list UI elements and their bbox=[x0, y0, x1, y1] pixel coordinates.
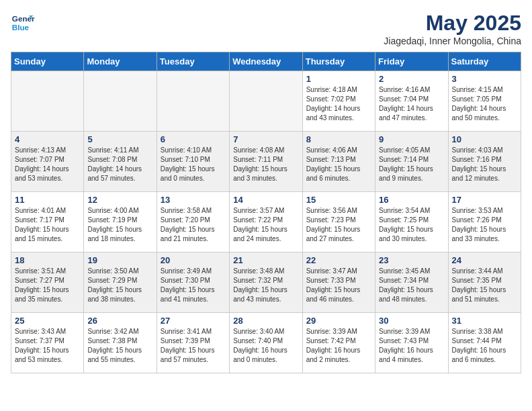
calendar-cell: 5Sunrise: 4:11 AMSunset: 7:08 PMDaylight… bbox=[84, 132, 157, 192]
day-number: 17 bbox=[452, 195, 517, 205]
day-number: 9 bbox=[379, 134, 444, 144]
cell-info: Sunrise: 3:51 AMSunset: 7:27 PMDaylight:… bbox=[15, 267, 80, 304]
cell-info: Sunrise: 3:42 AMSunset: 7:38 PMDaylight:… bbox=[87, 327, 152, 365]
day-number: 26 bbox=[87, 316, 152, 326]
day-number: 16 bbox=[379, 195, 444, 205]
day-number: 7 bbox=[233, 134, 298, 144]
calendar-week-5: 25Sunrise: 3:43 AMSunset: 7:37 PMDayligh… bbox=[11, 313, 521, 373]
calendar-cell: 6Sunrise: 4:10 AMSunset: 7:10 PMDaylight… bbox=[157, 132, 229, 192]
day-number: 22 bbox=[306, 255, 371, 265]
calendar-cell: 14Sunrise: 3:57 AMSunset: 7:22 PMDayligh… bbox=[230, 192, 302, 253]
weekday-header-wednesday: Wednesday bbox=[230, 52, 302, 71]
weekday-header-row: SundayMondayTuesdayWednesdayThursdayFrid… bbox=[11, 52, 521, 71]
cell-info: Sunrise: 4:13 AMSunset: 7:07 PMDaylight:… bbox=[15, 146, 80, 183]
day-number: 31 bbox=[452, 316, 517, 326]
calendar-cell: 18Sunrise: 3:51 AMSunset: 7:27 PMDayligh… bbox=[11, 253, 84, 313]
day-number: 14 bbox=[233, 195, 298, 205]
cell-info: Sunrise: 3:50 AMSunset: 7:29 PMDaylight:… bbox=[87, 267, 152, 304]
weekday-header-monday: Monday bbox=[84, 52, 157, 71]
calendar-week-1: 1Sunrise: 4:18 AMSunset: 7:02 PMDaylight… bbox=[11, 71, 521, 132]
day-number: 19 bbox=[87, 255, 152, 265]
calendar-cell: 26Sunrise: 3:42 AMSunset: 7:38 PMDayligh… bbox=[84, 313, 157, 373]
calendar-cell: 29Sunrise: 3:39 AMSunset: 7:42 PMDayligh… bbox=[302, 313, 375, 373]
calendar-cell: 31Sunrise: 3:38 AMSunset: 7:44 PMDayligh… bbox=[448, 313, 521, 373]
weekday-header-tuesday: Tuesday bbox=[157, 52, 229, 71]
calendar-cell bbox=[11, 71, 84, 132]
logo: General Blue bbox=[11, 11, 35, 35]
calendar-cell: 17Sunrise: 3:53 AMSunset: 7:26 PMDayligh… bbox=[448, 192, 521, 253]
calendar-cell: 25Sunrise: 3:43 AMSunset: 7:37 PMDayligh… bbox=[11, 313, 84, 373]
cell-info: Sunrise: 4:03 AMSunset: 7:16 PMDaylight:… bbox=[452, 146, 517, 183]
calendar-cell: 30Sunrise: 3:39 AMSunset: 7:43 PMDayligh… bbox=[375, 313, 448, 373]
day-number: 4 bbox=[15, 134, 80, 144]
cell-info: Sunrise: 4:01 AMSunset: 7:17 PMDaylight:… bbox=[15, 206, 80, 244]
day-number: 12 bbox=[87, 195, 152, 205]
day-number: 30 bbox=[379, 316, 444, 326]
cell-info: Sunrise: 3:53 AMSunset: 7:26 PMDaylight:… bbox=[452, 206, 517, 244]
cell-info: Sunrise: 3:44 AMSunset: 7:35 PMDaylight:… bbox=[452, 267, 517, 304]
calendar-cell: 24Sunrise: 3:44 AMSunset: 7:35 PMDayligh… bbox=[448, 253, 521, 313]
cell-info: Sunrise: 3:39 AMSunset: 7:42 PMDaylight:… bbox=[306, 327, 371, 365]
calendar-week-3: 11Sunrise: 4:01 AMSunset: 7:17 PMDayligh… bbox=[11, 192, 521, 253]
cell-info: Sunrise: 3:38 AMSunset: 7:44 PMDaylight:… bbox=[452, 327, 517, 365]
calendar-cell: 22Sunrise: 3:47 AMSunset: 7:33 PMDayligh… bbox=[302, 253, 375, 313]
cell-info: Sunrise: 3:54 AMSunset: 7:25 PMDaylight:… bbox=[379, 206, 444, 244]
day-number: 29 bbox=[306, 316, 371, 326]
calendar-cell: 16Sunrise: 3:54 AMSunset: 7:25 PMDayligh… bbox=[375, 192, 448, 253]
cell-info: Sunrise: 4:16 AMSunset: 7:04 PMDaylight:… bbox=[379, 85, 444, 123]
weekday-header-thursday: Thursday bbox=[302, 52, 375, 71]
weekday-header-friday: Friday bbox=[375, 52, 448, 71]
calendar-table: SundayMondayTuesdayWednesdayThursdayFrid… bbox=[11, 52, 521, 373]
day-number: 2 bbox=[379, 74, 444, 84]
calendar-cell bbox=[84, 71, 157, 132]
calendar-cell: 23Sunrise: 3:45 AMSunset: 7:34 PMDayligh… bbox=[375, 253, 448, 313]
cell-info: Sunrise: 3:43 AMSunset: 7:37 PMDaylight:… bbox=[15, 327, 80, 365]
calendar-week-2: 4Sunrise: 4:13 AMSunset: 7:07 PMDaylight… bbox=[11, 132, 521, 192]
title-area: May 2025 Jiagedaqi, Inner Mongolia, Chin… bbox=[384, 11, 521, 46]
cell-info: Sunrise: 4:15 AMSunset: 7:05 PMDaylight:… bbox=[452, 85, 517, 123]
cell-info: Sunrise: 3:56 AMSunset: 7:23 PMDaylight:… bbox=[306, 206, 371, 244]
calendar-cell: 8Sunrise: 4:06 AMSunset: 7:13 PMDaylight… bbox=[302, 132, 375, 192]
cell-info: Sunrise: 4:18 AMSunset: 7:02 PMDaylight:… bbox=[306, 85, 371, 123]
calendar-cell: 19Sunrise: 3:50 AMSunset: 7:29 PMDayligh… bbox=[84, 253, 157, 313]
cell-info: Sunrise: 3:49 AMSunset: 7:30 PMDaylight:… bbox=[161, 267, 226, 304]
month-title: May 2025 bbox=[384, 11, 521, 36]
cell-info: Sunrise: 4:08 AMSunset: 7:11 PMDaylight:… bbox=[233, 146, 298, 183]
day-number: 6 bbox=[161, 134, 226, 144]
cell-info: Sunrise: 3:48 AMSunset: 7:32 PMDaylight:… bbox=[233, 267, 298, 304]
day-number: 25 bbox=[15, 316, 80, 326]
calendar-cell: 10Sunrise: 4:03 AMSunset: 7:16 PMDayligh… bbox=[448, 132, 521, 192]
page-header: General Blue May 2025 Jiagedaqi, Inner M… bbox=[11, 11, 521, 46]
location: Jiagedaqi, Inner Mongolia, China bbox=[384, 36, 521, 46]
day-number: 21 bbox=[233, 255, 298, 265]
day-number: 15 bbox=[306, 195, 371, 205]
calendar-body: 1Sunrise: 4:18 AMSunset: 7:02 PMDaylight… bbox=[11, 71, 521, 373]
day-number: 8 bbox=[306, 134, 371, 144]
calendar-cell: 3Sunrise: 4:15 AMSunset: 7:05 PMDaylight… bbox=[448, 71, 521, 132]
cell-info: Sunrise: 3:40 AMSunset: 7:40 PMDaylight:… bbox=[233, 327, 298, 365]
cell-info: Sunrise: 4:10 AMSunset: 7:10 PMDaylight:… bbox=[161, 146, 226, 183]
day-number: 10 bbox=[452, 134, 517, 144]
calendar-cell: 15Sunrise: 3:56 AMSunset: 7:23 PMDayligh… bbox=[302, 192, 375, 253]
calendar-cell: 28Sunrise: 3:40 AMSunset: 7:40 PMDayligh… bbox=[230, 313, 302, 373]
cell-info: Sunrise: 3:58 AMSunset: 7:20 PMDaylight:… bbox=[161, 206, 226, 244]
day-number: 1 bbox=[306, 74, 371, 84]
calendar-cell: 1Sunrise: 4:18 AMSunset: 7:02 PMDaylight… bbox=[302, 71, 375, 132]
calendar-cell: 12Sunrise: 4:00 AMSunset: 7:19 PMDayligh… bbox=[84, 192, 157, 253]
svg-text:Blue: Blue bbox=[12, 23, 30, 32]
calendar-cell bbox=[230, 71, 302, 132]
calendar-cell: 2Sunrise: 4:16 AMSunset: 7:04 PMDaylight… bbox=[375, 71, 448, 132]
calendar-cell: 27Sunrise: 3:41 AMSunset: 7:39 PMDayligh… bbox=[157, 313, 229, 373]
cell-info: Sunrise: 3:57 AMSunset: 7:22 PMDaylight:… bbox=[233, 206, 298, 244]
calendar-cell: 7Sunrise: 4:08 AMSunset: 7:11 PMDaylight… bbox=[230, 132, 302, 192]
calendar-cell bbox=[157, 71, 229, 132]
calendar-cell: 13Sunrise: 3:58 AMSunset: 7:20 PMDayligh… bbox=[157, 192, 229, 253]
weekday-header-saturday: Saturday bbox=[448, 52, 521, 71]
calendar-week-4: 18Sunrise: 3:51 AMSunset: 7:27 PMDayligh… bbox=[11, 253, 521, 313]
day-number: 3 bbox=[452, 74, 517, 84]
day-number: 27 bbox=[161, 316, 226, 326]
calendar-cell: 20Sunrise: 3:49 AMSunset: 7:30 PMDayligh… bbox=[157, 253, 229, 313]
cell-info: Sunrise: 3:39 AMSunset: 7:43 PMDaylight:… bbox=[379, 327, 444, 365]
cell-info: Sunrise: 4:11 AMSunset: 7:08 PMDaylight:… bbox=[87, 146, 152, 183]
calendar-cell: 9Sunrise: 4:05 AMSunset: 7:14 PMDaylight… bbox=[375, 132, 448, 192]
